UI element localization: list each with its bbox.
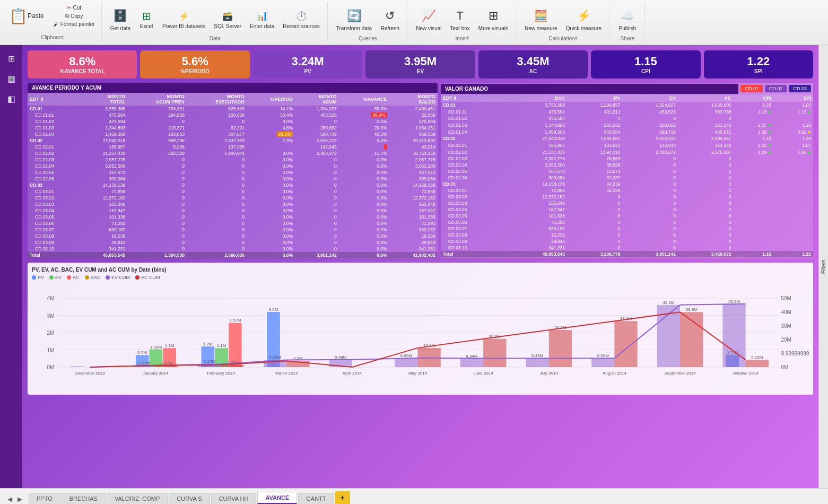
- nav-left-arrow[interactable]: ◀: [5, 494, 14, 504]
- acum-prev-cell: 796,301: [127, 106, 187, 112]
- refresh-icon: ↺: [380, 6, 399, 25]
- table-row: CD.03.01 72,858 44,239 0 0: [441, 187, 813, 194]
- table-row: CD.01.01 475,594 401,211 453,526 383,788…: [441, 108, 813, 115]
- table-row: CD.03.02 12,372,162 0 0 0.0% 0 0.0% 12,3…: [28, 195, 438, 201]
- legend-label: EV: [55, 275, 62, 280]
- refresh-button[interactable]: ↺ Refresh: [377, 5, 403, 33]
- cut-button[interactable]: ✂ Cut: [51, 4, 97, 11]
- vg-edt-cell: CD.03.08: [441, 232, 506, 238]
- power-bi-icon: ⚡: [177, 8, 191, 23]
- vg-spi-cell: [773, 238, 813, 245]
- nav-right-arrow[interactable]: ▶: [15, 494, 24, 504]
- acum-cell: 590,739: [295, 131, 339, 137]
- recent-sources-button[interactable]: ⏱️ Recent sources: [280, 7, 323, 31]
- table-row: CD.01.03 1,344,893 218,371 62,291 4.6% 2…: [28, 125, 438, 131]
- get-data-button[interactable]: 🗄️ Get data: [107, 5, 134, 33]
- kpi-pv-value: 3.24M: [259, 55, 356, 68]
- tab-gantt[interactable]: GANTT: [298, 493, 334, 504]
- saldo-cell: 167,572: [389, 169, 438, 176]
- legend-dot: [135, 275, 140, 280]
- table-row: CD.03.04 167,947 0 0 0.0% 0 0.0% 167,947: [28, 207, 438, 214]
- tab-add-button[interactable]: +: [335, 491, 350, 504]
- svg-text:2.57M: 2.57M: [229, 318, 241, 323]
- cd01-button[interactable]: CD.01: [740, 85, 763, 92]
- power-bi-button[interactable]: ⚡ Power BI datasets: [159, 7, 208, 31]
- period-cell: 0.0%: [247, 233, 295, 239]
- svg-text:October 2014: October 2014: [733, 371, 759, 376]
- acum-prev-cell: 0: [127, 118, 187, 125]
- ejecutado-cell: 0: [187, 182, 247, 188]
- excel-button[interactable]: ⊞ Excel: [136, 7, 157, 31]
- vg-col-ac: AC: [678, 94, 734, 102]
- nav-arrows: ◀ ▶: [5, 494, 24, 504]
- cd03-button[interactable]: CD.03: [789, 85, 811, 92]
- edt-cell: CD.03.01: [28, 188, 79, 195]
- sidebar-icon-table[interactable]: ▦: [3, 71, 19, 86]
- avance-cell: 0.0%: [339, 207, 389, 214]
- vg-bac-cell: 3,755,388: [506, 102, 567, 108]
- vg-pv-cell: 1,594,210: [567, 149, 623, 155]
- right-sidebar-filters[interactable]: Filters: [818, 45, 828, 488]
- saldo-cell: 22,068: [389, 112, 438, 118]
- svg-text:1.03M: 1.03M: [150, 345, 162, 350]
- cd02-button[interactable]: CD.02: [765, 85, 787, 92]
- saldo-cell: 3,052,200: [389, 163, 438, 169]
- more-visuals-button[interactable]: ⊞ More visuals: [475, 5, 511, 33]
- col-ejecutado: MONTOEJECUTADO: [187, 93, 247, 106]
- tab-avance[interactable]: AVANCE: [257, 492, 297, 504]
- acum-cell: 2,626,215: [295, 137, 339, 144]
- table-row: CD.03.08 16,236 0 0 0.0% 0 0.0% 16,236: [28, 233, 438, 239]
- enter-data-button[interactable]: 📊 Enter data: [247, 7, 277, 31]
- vg-pv-cell: 643,084: [567, 128, 623, 135]
- vg-edt-cell: CD.03.03: [441, 200, 506, 206]
- tab-curva-s[interactable]: CURVA S: [169, 493, 210, 504]
- kpi-avance-total-label: %AVANCE TOTAL: [34, 68, 130, 74]
- sidebar-icon-grid[interactable]: ⊞: [3, 50, 19, 66]
- edt-cell: CD.01: [28, 106, 79, 112]
- paste-button[interactable]: 📋 Paste: [7, 7, 47, 25]
- tab-valoriz--comp[interactable]: VALORIZ. COMP: [107, 493, 168, 504]
- publish-button[interactable]: ☁️ Publish: [615, 5, 640, 33]
- sql-button[interactable]: 🗃️ SQL Server: [211, 7, 245, 31]
- format-painter-button[interactable]: 🖌 Format painter: [51, 21, 97, 28]
- new-measure-button[interactable]: 🧮 New measure: [521, 5, 561, 33]
- edt-cell: CD.03.06: [28, 220, 79, 227]
- tab-ppto[interactable]: PPTO: [29, 493, 60, 504]
- new-visual-button[interactable]: 📈 New visual: [413, 5, 444, 33]
- legend-label: PV: [38, 275, 44, 280]
- vg-bac-cell: 71,292: [506, 219, 567, 225]
- svg-text:2M: 2M: [47, 330, 55, 336]
- vg-edt-cell: CD.03.02: [441, 194, 506, 200]
- svg-text:March 2014: March 2014: [275, 371, 298, 376]
- svg-text:September 2014: September 2014: [664, 371, 696, 376]
- vg-bac-cell: 72,858: [506, 187, 567, 194]
- quick-measure-button[interactable]: ⚡ Quick measure: [563, 5, 605, 33]
- vg-edt-cell: CD.03.07: [441, 225, 506, 232]
- kpi-cpi: 1.15 CPI: [591, 50, 700, 79]
- recent-sources-icon: ⏱️: [294, 8, 309, 23]
- saldo-cell: 309,084: [389, 176, 438, 182]
- sidebar-icon-layers[interactable]: ◧: [3, 91, 19, 107]
- acum-cell: 280,662: [295, 125, 339, 131]
- text-box-button[interactable]: T Text box: [447, 5, 473, 33]
- svg-text:2.17M: 2.17M: [204, 359, 216, 364]
- new-visual-icon: 📈: [419, 6, 438, 25]
- svg-rect-81: [746, 360, 769, 367]
- transform-button[interactable]: 🔄 Transform data: [333, 5, 375, 33]
- total-cell: 3,755,388: [79, 106, 127, 112]
- ejecutado-cell: 307,677: [187, 131, 247, 137]
- vg-ev-cell: 0: [623, 181, 678, 187]
- avance-cell: 0.0%: [339, 182, 389, 188]
- vg-edt-cell: CD.02.01: [441, 142, 506, 149]
- vg-spi-cell: [773, 213, 813, 219]
- vg-ev-cell: 0: [623, 245, 678, 251]
- copy-button[interactable]: ⧉ Copy: [51, 12, 97, 20]
- tab-curva-hh[interactable]: CURVA HH: [211, 493, 257, 504]
- avance-cell: 11.7%: [339, 150, 389, 157]
- table-row: CD.03.09 29,843 0 0 0.0% 0 0.0% 29,843: [28, 239, 438, 246]
- tab-brechas[interactable]: BRECHAS: [62, 493, 106, 504]
- ejecutado-cell: 0: [187, 214, 247, 220]
- insert-group: 📈 New visual T Text box ⊞ More visuals I…: [408, 2, 516, 42]
- edt-cell: CD.03.05: [28, 214, 79, 220]
- table-row: CD.02.05 167,572 13,074 0 0: [441, 168, 813, 175]
